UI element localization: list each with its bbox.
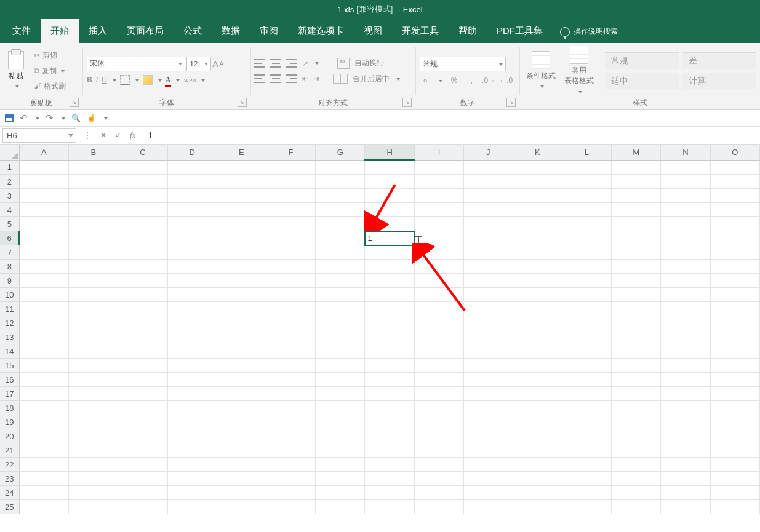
- cell-M13[interactable]: [611, 330, 660, 344]
- cell-E3[interactable]: [217, 189, 266, 203]
- cell-G25[interactable]: [316, 500, 365, 514]
- cell-B2[interactable]: [69, 175, 118, 189]
- cell-O23[interactable]: [710, 472, 759, 486]
- cell-L6[interactable]: [562, 231, 611, 245]
- cell-G21[interactable]: [316, 443, 365, 458]
- cell-D3[interactable]: [167, 189, 217, 203]
- cell-A1[interactable]: [19, 160, 69, 175]
- col-header-B[interactable]: B: [69, 145, 118, 160]
- cell-E14[interactable]: [217, 344, 266, 359]
- copy-button[interactable]: ⧉ 复制: [32, 65, 68, 77]
- row-header-20[interactable]: 20: [0, 429, 19, 443]
- cell-O11[interactable]: [710, 302, 759, 316]
- cell-D18[interactable]: [167, 401, 217, 415]
- cell-E16[interactable]: [217, 373, 266, 387]
- cell-D8[interactable]: [167, 260, 217, 274]
- cell-A20[interactable]: [19, 429, 69, 443]
- cell-E10[interactable]: [217, 288, 266, 302]
- cell-H5[interactable]: [365, 217, 415, 231]
- cell-G5[interactable]: [316, 217, 365, 231]
- currency-dropdown[interactable]: [437, 76, 442, 85]
- align-left-button[interactable]: [254, 74, 265, 83]
- cell-C15[interactable]: [118, 359, 167, 373]
- cell-I12[interactable]: [415, 316, 464, 330]
- cell-D12[interactable]: [167, 316, 217, 330]
- cell-A10[interactable]: [19, 288, 69, 302]
- cell-N10[interactable]: [661, 288, 710, 302]
- cell-D2[interactable]: [167, 175, 217, 189]
- cell-F15[interactable]: [266, 359, 316, 373]
- cell-I8[interactable]: [415, 260, 464, 274]
- merge-label[interactable]: 合并后居中: [353, 74, 390, 84]
- cell-I21[interactable]: [415, 443, 464, 458]
- cell-L24[interactable]: [562, 486, 611, 500]
- tab-review[interactable]: 审阅: [250, 19, 288, 43]
- cell-M21[interactable]: [611, 443, 660, 458]
- cell-D5[interactable]: [167, 217, 217, 231]
- cell-I9[interactable]: [415, 274, 464, 288]
- cell-I13[interactable]: [415, 330, 464, 344]
- align-bottom-button[interactable]: [286, 59, 297, 68]
- style-calc[interactable]: 计算: [682, 73, 756, 89]
- col-header-K[interactable]: K: [513, 145, 562, 160]
- decrease-decimal-button[interactable]: ←.0: [500, 76, 511, 85]
- cell-E17[interactable]: [217, 387, 266, 401]
- cell-J8[interactable]: [463, 260, 513, 274]
- borders-dropdown[interactable]: [134, 76, 139, 84]
- cell-E24[interactable]: [217, 486, 266, 500]
- cell-B20[interactable]: [69, 429, 118, 443]
- cell-F6[interactable]: [266, 231, 316, 245]
- cell-N21[interactable]: [661, 443, 710, 458]
- orientation-dropdown[interactable]: [313, 59, 319, 68]
- cell-M10[interactable]: [611, 288, 660, 302]
- cell-G13[interactable]: [316, 330, 365, 344]
- cell-H14[interactable]: [365, 344, 415, 359]
- cell-D11[interactable]: [167, 302, 217, 316]
- cell-C19[interactable]: [118, 415, 167, 429]
- cell-A23[interactable]: [19, 472, 69, 486]
- cell-K12[interactable]: [513, 316, 562, 330]
- table-format-button[interactable]: 套用 表格格式: [562, 46, 596, 96]
- cell-O14[interactable]: [710, 344, 759, 359]
- cell-A6[interactable]: [19, 231, 69, 245]
- cell-B13[interactable]: [69, 330, 118, 344]
- cell-M24[interactable]: [611, 486, 660, 500]
- cell-F21[interactable]: [266, 443, 316, 458]
- cell-C16[interactable]: [118, 373, 167, 387]
- cell-B21[interactable]: [69, 443, 118, 458]
- row-header-2[interactable]: 2: [0, 175, 19, 189]
- cell-G8[interactable]: [316, 260, 365, 274]
- cell-K1[interactable]: [513, 160, 562, 175]
- cell-styles-gallery[interactable]: 常规 差 适中 计算: [605, 52, 756, 89]
- cell-M19[interactable]: [611, 415, 660, 429]
- cell-O3[interactable]: [710, 189, 759, 203]
- qat-touch-mode[interactable]: ☝: [87, 114, 96, 122]
- format-painter-button[interactable]: 🖌 格式刷: [32, 80, 68, 93]
- cell-A4[interactable]: [19, 203, 69, 217]
- tab-view[interactable]: 视图: [354, 19, 392, 43]
- cell-E18[interactable]: [217, 401, 266, 415]
- phonetic-button[interactable]: wén: [183, 76, 196, 85]
- cell-A15[interactable]: [19, 359, 69, 373]
- cell-N20[interactable]: [661, 429, 710, 443]
- cell-J4[interactable]: [463, 203, 513, 217]
- cell-N18[interactable]: [661, 401, 710, 415]
- cell-E13[interactable]: [217, 330, 266, 344]
- cell-C13[interactable]: [118, 330, 167, 344]
- cell-E6[interactable]: [217, 231, 266, 245]
- cell-A16[interactable]: [19, 373, 69, 387]
- row-header-25[interactable]: 25: [0, 500, 19, 514]
- cell-N5[interactable]: [661, 217, 710, 231]
- cell-O20[interactable]: [710, 429, 759, 443]
- row-header-10[interactable]: 10: [0, 288, 19, 302]
- cell-N11[interactable]: [661, 302, 710, 316]
- cell-J20[interactable]: [463, 429, 513, 443]
- cell-J5[interactable]: [463, 217, 513, 231]
- grow-font-button[interactable]: A: [212, 59, 218, 69]
- cell-F18[interactable]: [266, 401, 316, 415]
- cell-C8[interactable]: [118, 260, 167, 274]
- cell-L16[interactable]: [562, 373, 611, 387]
- cell-G14[interactable]: [316, 344, 365, 359]
- cell-K22[interactable]: [513, 458, 562, 472]
- cell-A19[interactable]: [19, 415, 69, 429]
